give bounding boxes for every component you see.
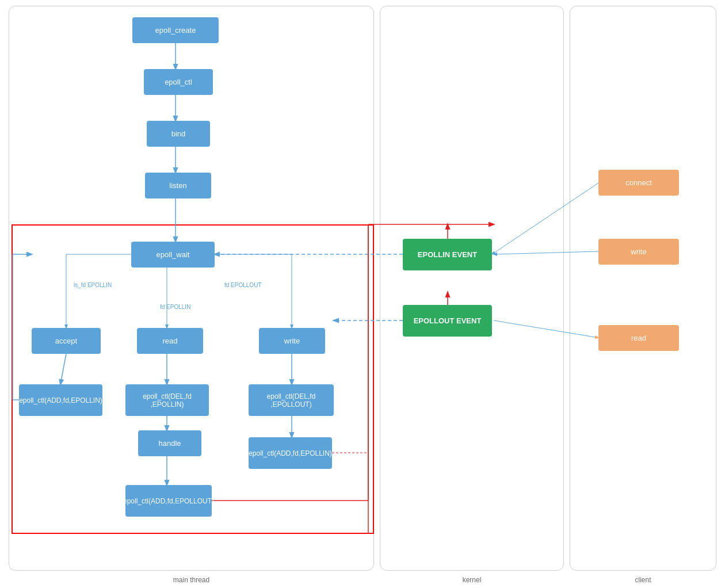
node-epoll-create: epoll_create — [132, 17, 219, 43]
arrow-label-fd-epollin: fd EPOLLIN — [160, 304, 190, 310]
node-epoll-ctl-del-epollout: epoll_ctl(DEL,fd ,EPOLLOUT) — [249, 384, 334, 416]
node-epoll-ctl-add-epollin: epoll_ctl(ADD,fd,EPOLLIN) — [19, 384, 102, 416]
arrow-label-fd-epollout: fd EPOLLOUT — [224, 282, 261, 288]
node-epoll-wait: epoll_wait — [131, 242, 215, 268]
lane-kernel-label: kernel — [463, 576, 482, 584]
arrow-label-ls-fd: ls_fd EPOLLIN — [74, 282, 112, 288]
node-write-client: write — [598, 239, 679, 265]
lane-client: client — [570, 6, 716, 571]
node-read-client: read — [598, 325, 679, 351]
diagram-container: main thread kernel client — [0, 0, 725, 588]
node-read: read — [137, 328, 203, 354]
lane-client-label: client — [635, 576, 651, 584]
node-write: write — [259, 328, 325, 354]
node-handle: handle — [138, 430, 201, 456]
node-epoll-ctl-add-epollout2: epoll_ctl(ADD,fd,EPOLLOUT) — [125, 485, 212, 517]
node-epoll-ctl-del-epollin: epoll_ctl(DEL,fd ,EPOLLIN) — [125, 384, 209, 416]
node-listen: listen — [145, 173, 211, 198]
node-epoll-ctl-add-epollout-write: epoll_ctl(ADD,fd,EPOLLIN) — [249, 437, 332, 469]
node-epoll-ctl1: epoll_ctl — [144, 69, 213, 95]
node-connect: connect — [598, 170, 679, 196]
lane-kernel: kernel — [380, 6, 564, 571]
lane-main-thread-label: main thread — [173, 576, 209, 584]
node-epollout-event: EPOLLOUT EVENT — [403, 305, 492, 337]
node-epollin-event: EPOLLIN EVENT — [403, 239, 492, 270]
node-bind: bind — [147, 121, 210, 147]
node-accept: accept — [32, 328, 101, 354]
